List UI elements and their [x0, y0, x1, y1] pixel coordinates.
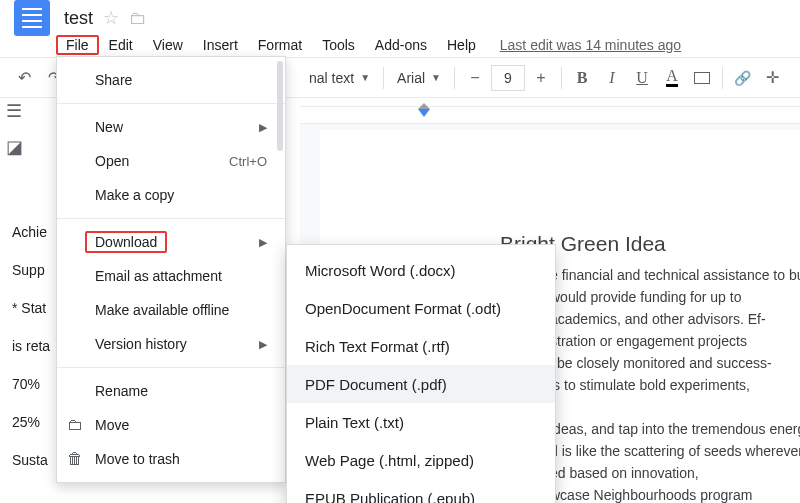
- menu-label: Download: [95, 234, 157, 250]
- caret-icon: ▼: [431, 72, 441, 83]
- shortcut-label: Ctrl+O: [229, 154, 267, 169]
- file-menu-new[interactable]: New▶: [57, 110, 285, 144]
- body-line: is to stimulate bold experiments,: [550, 374, 800, 396]
- add-comment-button[interactable]: ✛: [759, 64, 787, 92]
- font-size-input[interactable]: 9: [491, 65, 525, 91]
- file-menu-make-copy[interactable]: Make a copy: [57, 178, 285, 212]
- outline-frag[interactable]: Susta: [12, 452, 50, 468]
- menu-label: Open: [95, 153, 129, 169]
- highlight-button[interactable]: [688, 64, 716, 92]
- file-menu-version-history[interactable]: Version history▶: [57, 327, 285, 361]
- star-icon[interactable]: ☆: [103, 7, 119, 29]
- indent-marker-icon[interactable]: [418, 109, 430, 117]
- download-html[interactable]: Web Page (.html, zipped): [287, 441, 555, 479]
- menu-label: Make available offline: [95, 302, 229, 318]
- undo-button[interactable]: ↶: [10, 64, 38, 92]
- body-line: e financial and technical assistance to …: [550, 264, 800, 286]
- menu-addons[interactable]: Add-ons: [365, 35, 437, 55]
- document-body: e financial and technical assistance to …: [550, 264, 800, 503]
- download-docx[interactable]: Microsoft Word (.docx): [287, 251, 555, 289]
- menu-label: New: [95, 119, 123, 135]
- menu-file[interactable]: File: [56, 35, 99, 55]
- download-pdf[interactable]: PDF Document (.pdf): [287, 365, 555, 403]
- menu-label: Email as attachment: [95, 268, 222, 284]
- font-label: Arial: [397, 70, 425, 86]
- separator: [454, 67, 455, 89]
- submenu-arrow-icon: ▶: [259, 121, 267, 134]
- file-menu-share[interactable]: Share: [57, 63, 285, 97]
- highlight-icon: [694, 72, 710, 84]
- body-line: ideas, and tap into the tremendous energ…: [550, 418, 800, 440]
- menu-format[interactable]: Format: [248, 35, 312, 55]
- outline-frag[interactable]: is reta: [12, 338, 50, 354]
- outline-fragments: Achie Supp * Stat is reta 70% 25% Susta: [12, 224, 50, 468]
- bold-button[interactable]: B: [568, 64, 596, 92]
- outline-frag[interactable]: 70%: [12, 376, 50, 392]
- file-menu-download[interactable]: Download▶: [57, 225, 285, 259]
- font-size-decrease[interactable]: −: [461, 64, 489, 92]
- outline-frag[interactable]: 25%: [12, 414, 50, 430]
- submenu-arrow-icon: ▶: [259, 338, 267, 351]
- file-menu-trash[interactable]: 🗑Move to trash: [57, 442, 285, 476]
- menu-view[interactable]: View: [143, 35, 193, 55]
- menu-label: Version history: [95, 336, 187, 352]
- trash-icon: 🗑: [67, 450, 83, 468]
- font-size-increase[interactable]: +: [527, 64, 555, 92]
- submenu-arrow-icon: ▶: [259, 236, 267, 249]
- download-odt[interactable]: OpenDocument Format (.odt): [287, 289, 555, 327]
- outline-icon[interactable]: ☰: [6, 100, 23, 122]
- menu-edit[interactable]: Edit: [99, 35, 143, 55]
- outline-frag[interactable]: * Stat: [12, 300, 50, 316]
- download-rtf[interactable]: Rich Text Format (.rtf): [287, 327, 555, 365]
- file-menu-open[interactable]: OpenCtrl+O: [57, 144, 285, 178]
- font-select[interactable]: Arial ▼: [390, 65, 448, 91]
- paragraph-style-select[interactable]: nal text ▼: [302, 65, 377, 91]
- menu-separator: [57, 218, 285, 219]
- menu-separator: [57, 367, 285, 368]
- outline-frag[interactable]: Achie: [12, 224, 50, 240]
- download-submenu: Microsoft Word (.docx) OpenDocument Form…: [286, 244, 556, 503]
- body-line: [550, 396, 800, 418]
- text-color-button[interactable]: A: [658, 64, 686, 92]
- download-epub[interactable]: EPUB Publication (.epub): [287, 479, 555, 503]
- docs-logo[interactable]: [14, 0, 50, 36]
- menu-label: Rename: [95, 383, 148, 399]
- download-txt[interactable]: Plain Text (.txt): [287, 403, 555, 441]
- caret-icon: ▼: [360, 72, 370, 83]
- file-menu-dropdown: Share New▶ OpenCtrl+O Make a copy Downlo…: [56, 56, 286, 483]
- body-line: would provide funding for up to: [550, 286, 800, 308]
- ruler[interactable]: [300, 106, 800, 124]
- file-menu-move[interactable]: 🗀Move: [57, 408, 285, 442]
- file-menu-email[interactable]: Email as attachment: [57, 259, 285, 293]
- document-title[interactable]: test: [58, 6, 99, 31]
- menu-insert[interactable]: Insert: [193, 35, 248, 55]
- menu-separator: [57, 103, 285, 104]
- insert-link-button[interactable]: [729, 64, 757, 92]
- menu-label: Move: [95, 417, 129, 433]
- body-line: l be closely monitored and success-: [550, 352, 800, 374]
- menu-tools[interactable]: Tools: [312, 35, 365, 55]
- body-line: wcase Neighbourhoods program: [550, 484, 800, 503]
- body-line: d is like the scattering of seeds wherev…: [550, 440, 800, 462]
- menu-bar: File Edit View Insert Format Tools Add-o…: [0, 32, 800, 58]
- separator: [383, 67, 384, 89]
- menu-label: Make a copy: [95, 187, 174, 203]
- outline-strip: ☰ ◪: [6, 100, 23, 158]
- menu-help[interactable]: Help: [437, 35, 486, 55]
- separator: [722, 67, 723, 89]
- body-line: ed based on innovation,: [550, 462, 800, 484]
- italic-button[interactable]: I: [598, 64, 626, 92]
- file-menu-rename[interactable]: Rename: [57, 374, 285, 408]
- body-line: stration or engagement projects: [550, 330, 800, 352]
- outline-frag[interactable]: Supp: [12, 262, 50, 278]
- underline-button[interactable]: U: [628, 64, 656, 92]
- last-edit-link[interactable]: Last edit was 14 minutes ago: [500, 37, 681, 53]
- explore-icon[interactable]: ◪: [6, 136, 23, 158]
- menu-label: Move to trash: [95, 451, 180, 467]
- folder-icon: 🗀: [67, 416, 83, 434]
- file-menu-offline[interactable]: Make available offline: [57, 293, 285, 327]
- body-line: academics, and other advisors. Ef-: [550, 308, 800, 330]
- paragraph-style-label: nal text: [309, 70, 354, 86]
- separator: [561, 67, 562, 89]
- move-folder-icon[interactable]: 🗀: [129, 8, 147, 29]
